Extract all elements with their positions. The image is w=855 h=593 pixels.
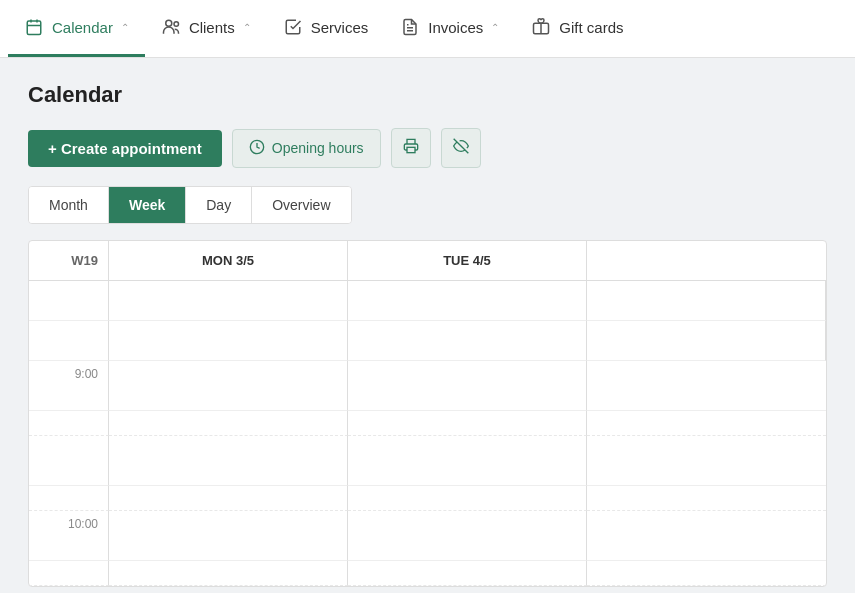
- cal-cell-1030-tue[interactable]: [348, 561, 587, 586]
- nav-label-giftcards: Gift cards: [559, 19, 623, 36]
- tab-week[interactable]: Week: [109, 187, 186, 223]
- calendar-grid: W19 MON 3/5 TUE 4/5 9:00: [28, 240, 827, 587]
- nav-chevron-calendar: ⌃: [121, 22, 129, 33]
- empty-label-1: [29, 281, 109, 321]
- navbar: Calendar ⌃ Clients ⌃ Services Invoices ⌃: [0, 0, 855, 58]
- tab-month[interactable]: Month: [29, 187, 109, 223]
- tab-overview[interactable]: Overview: [252, 187, 350, 223]
- print-icon: [403, 138, 419, 158]
- empty-cell-1-1[interactable]: [109, 281, 348, 321]
- hide-button[interactable]: [441, 128, 481, 168]
- nav-label-calendar: Calendar: [52, 19, 113, 36]
- clients-icon: [161, 17, 181, 37]
- calendar-header: W19 MON 3/5 TUE 4/5: [29, 241, 826, 281]
- nav-label-services: Services: [311, 19, 369, 36]
- time-label-blank1: [29, 436, 109, 486]
- cal-cell-930-tue[interactable]: [348, 411, 587, 436]
- cal-cell-900-3[interactable]: [587, 361, 826, 411]
- main-content: Calendar + Create appointment Opening ho…: [0, 58, 855, 593]
- time-label-930: [29, 411, 109, 436]
- calendar-icon: [24, 17, 44, 37]
- cal-cell-blank1-tue[interactable]: [348, 436, 587, 486]
- nav-item-invoices[interactable]: Invoices ⌃: [384, 0, 515, 57]
- calendar-body: 9:00 10:00: [29, 281, 826, 586]
- svg-point-5: [174, 22, 179, 27]
- cal-cell-blank1-mon[interactable]: [109, 436, 348, 486]
- empty-cell-1-2[interactable]: [348, 281, 587, 321]
- cal-cell-blank1-3[interactable]: [587, 436, 826, 486]
- nav-label-invoices: Invoices: [428, 19, 483, 36]
- nav-item-calendar[interactable]: Calendar ⌃: [8, 0, 145, 57]
- giftcards-icon: [531, 17, 551, 37]
- empty-cell-2-1[interactable]: [109, 321, 348, 361]
- col-header-3: [587, 241, 826, 280]
- cal-cell-1030-3[interactable]: [587, 561, 826, 586]
- tab-day[interactable]: Day: [186, 187, 252, 223]
- empty-cell-1-3[interactable]: [587, 281, 826, 321]
- cal-cell-900-tue[interactable]: [348, 361, 587, 411]
- time-label-1000: 10:00: [29, 511, 109, 561]
- cal-cell-blank1s-mon[interactable]: [109, 486, 348, 511]
- col-header-mon: MON 3/5: [109, 241, 348, 280]
- empty-cell-2-3[interactable]: [587, 321, 826, 361]
- create-appointment-button[interactable]: + Create appointment: [28, 130, 222, 167]
- page-title: Calendar: [28, 82, 827, 108]
- eye-off-icon: [453, 138, 469, 158]
- invoices-icon: [400, 17, 420, 37]
- opening-hours-label: Opening hours: [272, 140, 364, 156]
- opening-hours-button[interactable]: Opening hours: [232, 129, 381, 168]
- cal-cell-930-mon[interactable]: [109, 411, 348, 436]
- svg-rect-12: [407, 147, 415, 152]
- cal-cell-blank1s-tue[interactable]: [348, 486, 587, 511]
- time-label-900: 9:00: [29, 361, 109, 411]
- nav-item-services[interactable]: Services: [267, 0, 385, 57]
- col-header-tue: TUE 4/5: [348, 241, 587, 280]
- cal-cell-1030-mon[interactable]: [109, 561, 348, 586]
- empty-cell-2-2[interactable]: [348, 321, 587, 361]
- toolbar: + Create appointment Opening hours: [28, 128, 827, 168]
- cal-cell-1000-mon[interactable]: [109, 511, 348, 561]
- view-tabs: Month Week Day Overview: [28, 186, 352, 224]
- nav-item-giftcards[interactable]: Gift cards: [515, 0, 639, 57]
- clock-icon: [249, 139, 265, 158]
- nav-chevron-clients: ⌃: [243, 22, 251, 33]
- print-button[interactable]: [391, 128, 431, 168]
- nav-label-clients: Clients: [189, 19, 235, 36]
- week-label: W19: [29, 241, 109, 280]
- empty-label-2: [29, 321, 109, 361]
- services-icon: [283, 17, 303, 37]
- cal-cell-1000-3[interactable]: [587, 511, 826, 561]
- cal-cell-900-mon[interactable]: [109, 361, 348, 411]
- cal-cell-1000-tue[interactable]: [348, 511, 587, 561]
- svg-rect-0: [27, 21, 41, 35]
- time-label-1030: [29, 561, 109, 586]
- nav-chevron-invoices: ⌃: [491, 22, 499, 33]
- svg-point-4: [166, 20, 172, 26]
- cal-cell-930-3[interactable]: [587, 411, 826, 436]
- nav-item-clients[interactable]: Clients ⌃: [145, 0, 267, 57]
- time-label-blank1s: [29, 486, 109, 511]
- cal-cell-blank1s-3[interactable]: [587, 486, 826, 511]
